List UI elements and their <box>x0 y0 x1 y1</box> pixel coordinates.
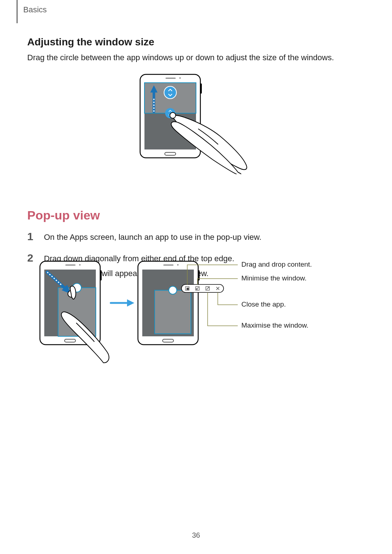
page-number: 36 <box>0 531 392 539</box>
popup-toolbar <box>181 284 224 292</box>
step-text: On the Apps screen, launch an app to use… <box>44 231 261 243</box>
section-title-adjusting: Adjusting the window size <box>27 36 365 48</box>
figure-adjust-window <box>136 73 256 174</box>
svg-rect-16 <box>100 270 102 280</box>
arrow-right-icon <box>111 299 134 307</box>
svg-rect-17 <box>65 264 75 266</box>
svg-point-3 <box>179 77 181 79</box>
svg-point-18 <box>79 264 81 266</box>
step-number: 2 <box>27 253 37 282</box>
svg-rect-35 <box>155 290 191 334</box>
svg-marker-28 <box>127 299 134 307</box>
svg-rect-2 <box>166 78 176 79</box>
step-number: 1 <box>27 231 37 246</box>
svg-rect-39 <box>187 288 189 290</box>
svg-rect-31 <box>163 264 173 266</box>
figure-popup-view: Drag and drop content. Minimise the wind… <box>36 254 367 370</box>
svg-point-14 <box>170 112 176 118</box>
callout-close: Close the app. <box>241 300 286 308</box>
svg-point-32 <box>177 264 179 266</box>
callout-drag: Drag and drop content. <box>241 260 312 268</box>
callout-maximise: Maximise the window. <box>241 321 309 329</box>
step-1: 1 On the Apps screen, launch an app to u… <box>27 231 365 246</box>
svg-point-36 <box>169 286 177 294</box>
breadcrumb: Basics <box>17 0 67 23</box>
callout-minimise: Minimise the window. <box>241 274 307 282</box>
section-desc-adjusting: Drag the circle between the app windows … <box>27 52 365 63</box>
svg-rect-1 <box>200 83 202 94</box>
svg-rect-30 <box>198 270 200 280</box>
section-title-popup: Pop-up view <box>27 208 365 222</box>
